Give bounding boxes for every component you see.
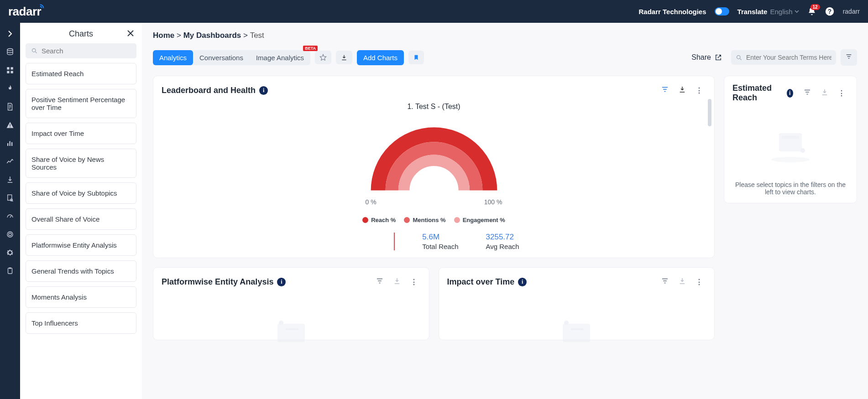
bookmark-icon — [413, 54, 419, 61]
language-select[interactable]: English — [770, 8, 799, 16]
legend-label: Engagement % — [463, 217, 505, 223]
svg-rect-7 — [10, 124, 10, 126]
card-more-button[interactable]: ⋮ — [835, 87, 848, 99]
impact-over-time-card: Impact over Time i ⋮ — [439, 267, 715, 340]
legend-dot-icon — [362, 217, 368, 223]
card-more-button[interactable]: ⋮ — [693, 84, 706, 97]
card-download-button[interactable] — [675, 83, 689, 97]
notification-bell[interactable]: 12 — [807, 7, 816, 16]
rail-line-icon[interactable] — [5, 156, 16, 167]
card-title: Estimated Reach — [732, 83, 783, 103]
chart-list-item[interactable]: Platformwise Entity Analysis — [26, 234, 136, 256]
rail-download-icon[interactable] — [5, 174, 16, 185]
leaderboard-card: Leaderboard and Health i ⋮ 1. Test S - (… — [153, 76, 715, 258]
document-icon — [6, 103, 14, 111]
tab-analytics[interactable]: Analytics — [153, 50, 193, 65]
empty-state: Please select topics in the filters on t… — [732, 108, 848, 196]
svg-rect-22 — [286, 328, 298, 330]
chart-list-item[interactable]: Positive Sentiment Percentage over Time — [26, 89, 136, 118]
tab-conversations[interactable]: Conversations — [193, 50, 250, 65]
stat-value: 5.6M — [422, 233, 458, 242]
breadcrumb-home[interactable]: Home — [153, 31, 174, 40]
rail-clipboard-icon[interactable] — [5, 265, 16, 276]
card-filter-button[interactable] — [373, 275, 387, 289]
card-download-button[interactable] — [675, 275, 689, 289]
share-label: Share — [691, 53, 711, 62]
share-button[interactable]: Share — [691, 53, 722, 62]
info-icon[interactable]: i — [277, 278, 286, 286]
bar-chart-icon — [6, 139, 14, 147]
gauge-legend: Reach % Mentions % Engagement % — [362, 217, 505, 223]
svg-rect-9 — [7, 143, 8, 146]
notification-badge: 12 — [810, 4, 820, 10]
svg-rect-12 — [8, 195, 12, 200]
download-icon — [821, 88, 829, 96]
chart-list-item[interactable]: Overall Share of Voice — [26, 208, 136, 230]
chart-list-item[interactable]: Share of Voice by Subtopics — [26, 182, 136, 204]
rail-target-icon[interactable] — [5, 229, 16, 240]
charts-panel: Charts Estimated Reach Positive Sentimen… — [20, 23, 142, 399]
flame-icon — [6, 84, 14, 93]
charts-search-input[interactable] — [42, 47, 131, 55]
small-logo[interactable]: radarr — [843, 8, 860, 15]
breadcrumb-my-dashboards[interactable]: My Dashboards — [183, 31, 241, 40]
expand-rail-button[interactable] — [5, 28, 16, 39]
rail-speed-icon[interactable] — [5, 211, 16, 222]
svg-rect-10 — [10, 141, 10, 146]
bookmark-button[interactable] — [408, 51, 424, 64]
rail-searchdoc-icon[interactable] — [5, 192, 16, 203]
svg-rect-6 — [11, 71, 13, 73]
card-title: Impact over Time — [447, 277, 515, 287]
card-filter-button[interactable] — [658, 275, 672, 289]
info-icon[interactable]: i — [787, 89, 793, 98]
svg-rect-16 — [8, 268, 12, 274]
rail-dashboard-icon[interactable] — [5, 65, 16, 76]
translate-toggle[interactable] — [715, 7, 729, 16]
chart-list-item[interactable]: Estimated Reach — [26, 63, 136, 84]
card-filter-button[interactable] — [800, 86, 814, 100]
tab-image-analytics[interactable]: Image Analytics BETA — [250, 50, 310, 65]
chart-list-item[interactable]: Moments Analysis — [26, 286, 136, 308]
rail-doc-icon[interactable] — [5, 101, 16, 112]
chart-list-item[interactable]: Impact over Time — [26, 123, 136, 144]
gauge-chart: 0 % 100 % Reach % Mentions % Engagement … — [162, 122, 706, 250]
chart-list-item[interactable]: Top Influencers — [26, 312, 136, 334]
card-more-button[interactable]: ⋮ — [693, 276, 706, 288]
add-charts-button[interactable]: Add Charts — [357, 50, 404, 65]
rail-alert-icon[interactable] — [5, 119, 16, 130]
rail-trending-icon[interactable] — [5, 83, 16, 94]
stat-avg-reach: 3255.72 Avg Reach — [486, 233, 519, 250]
svg-point-15 — [9, 233, 11, 236]
info-icon[interactable]: i — [518, 278, 527, 286]
card-title: Leaderboard and Health — [162, 86, 256, 95]
card-filter-button[interactable] — [658, 83, 672, 97]
stat-total-reach: 5.6M Total Reach — [422, 233, 458, 250]
charts-panel-close[interactable] — [126, 29, 135, 40]
filter-button[interactable] — [841, 49, 857, 66]
svg-rect-4 — [11, 67, 13, 69]
card-download-button[interactable] — [818, 86, 831, 100]
scrollbar[interactable] — [708, 99, 711, 126]
legend-label: Reach % — [371, 217, 396, 223]
logo[interactable]: radarr — [8, 5, 41, 19]
card-download-button[interactable] — [390, 275, 404, 289]
svg-point-24 — [564, 321, 569, 325]
chart-list-item[interactable]: Share of Voice by News Sources — [26, 149, 136, 178]
search-terms-box[interactable] — [731, 50, 836, 65]
charts-search-box[interactable] — [26, 43, 136, 58]
breadcrumb-sep: > — [243, 31, 248, 40]
help-button[interactable]: ? — [825, 6, 835, 16]
rail-gear-icon[interactable] — [5, 247, 16, 258]
search-terms-input[interactable] — [746, 54, 831, 61]
estimated-reach-card: Estimated Reach i ⋮ Please select topics… — [724, 76, 857, 203]
rail-bars-icon[interactable] — [5, 138, 16, 149]
card-more-button[interactable]: ⋮ — [408, 276, 421, 288]
svg-point-26 — [771, 157, 810, 162]
info-icon[interactable]: i — [259, 86, 268, 95]
download-button[interactable] — [336, 51, 352, 64]
rail-data-icon[interactable] — [5, 47, 16, 57]
svg-rect-28 — [782, 136, 799, 139]
translate-label: Translate English — [737, 8, 799, 16]
star-button[interactable] — [315, 51, 331, 64]
chart-list-item[interactable]: General Trends with Topics — [26, 260, 136, 282]
